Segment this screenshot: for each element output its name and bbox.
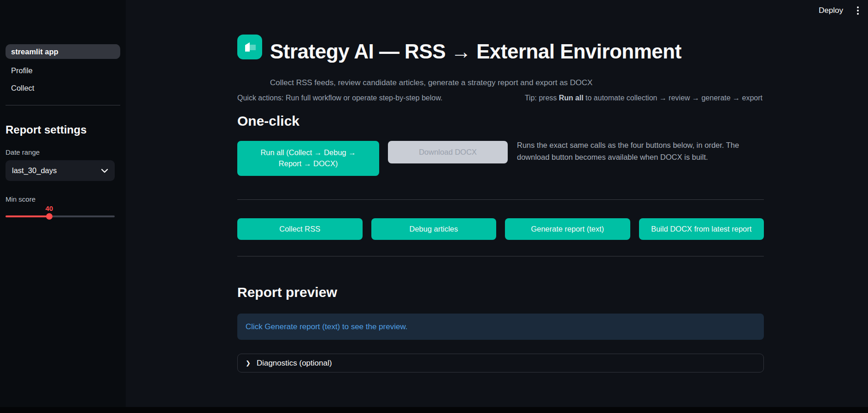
main-content: Strategy AI — RSS → External Environment… <box>237 0 764 407</box>
slider-fill <box>6 215 49 217</box>
one-click-description: Runs the exact same calls as the four bu… <box>517 140 760 163</box>
topbar: Deploy <box>816 4 862 17</box>
sidebar-divider <box>6 105 120 105</box>
nav-label: Collect <box>11 84 34 93</box>
page-header: Strategy AI — RSS → External Environment <box>237 35 681 63</box>
tip-text: Tip: press Run all to automate collectio… <box>525 94 762 102</box>
min-score-slider[interactable]: 40 <box>6 204 115 224</box>
diagnostics-expander-label: Diagnostics (optional) <box>257 359 332 368</box>
tip-bold: Run all <box>559 94 583 102</box>
divider <box>237 256 764 256</box>
info-alert-text: Click Generate report (text) to see the … <box>246 322 408 332</box>
page-title: Strategy AI — RSS → External Environment <box>270 40 681 63</box>
generate-report-button[interactable]: Generate report (text) <box>505 218 630 240</box>
date-range-select[interactable]: last_30_days <box>6 160 115 181</box>
page-subtitle: Collect RSS feeds, review candidate arti… <box>270 78 592 87</box>
download-docx-button[interactable]: Download DOCX <box>388 141 508 163</box>
chevron-right-icon: ❯ <box>246 360 251 366</box>
quick-actions-row: Quick actions: Run full workflow or oper… <box>237 94 762 102</box>
nav-label: streamlit app <box>11 47 59 56</box>
one-click-heading: One-click <box>237 113 299 129</box>
collect-rss-button[interactable]: Collect RSS <box>237 218 363 240</box>
diagnostics-expander[interactable]: ❯ Diagnostics (optional) <box>237 354 764 372</box>
sidebar-item-profile[interactable]: Profile <box>6 62 120 79</box>
sidebar-item-streamlit-app[interactable]: streamlit app <box>6 44 120 59</box>
build-docx-button[interactable]: Build DOCX from latest report <box>639 218 764 240</box>
divider <box>237 199 764 200</box>
slider-track[interactable] <box>6 215 115 217</box>
chevron-down-icon <box>101 169 108 173</box>
quick-actions-text: Quick actions: Run full workflow or oper… <box>237 94 443 102</box>
run-all-button[interactable]: Run all (Collect → Debug → Report → DOCX… <box>237 141 379 176</box>
date-range-value: last_30_days <box>12 166 57 175</box>
date-range-label: Date range <box>6 148 40 156</box>
sidebar: streamlit app Profile Collect Report set… <box>0 0 126 407</box>
nav-label: Profile <box>11 66 33 75</box>
report-settings-heading: Report settings <box>6 123 87 136</box>
deploy-button[interactable]: Deploy <box>816 4 846 17</box>
tip-prefix: Tip: press <box>525 94 559 102</box>
app-logo-icon <box>237 35 262 59</box>
slider-value: 40 <box>45 204 53 212</box>
min-score-label: Min score <box>6 195 35 203</box>
step-buttons-row: Collect RSS Debug articles Generate repo… <box>237 218 764 240</box>
sidebar-nav: streamlit app Profile Collect <box>6 44 120 97</box>
footer-strip <box>0 407 868 413</box>
report-preview-heading: Report preview <box>237 285 337 300</box>
info-alert: Click Generate report (text) to see the … <box>237 314 764 340</box>
debug-articles-button[interactable]: Debug articles <box>371 218 497 240</box>
slider-thumb[interactable] <box>46 213 53 220</box>
overflow-menu-icon[interactable] <box>854 4 862 17</box>
tip-suffix: to automate collection → review → genera… <box>583 94 762 102</box>
sidebar-item-collect[interactable]: Collect <box>6 79 120 97</box>
